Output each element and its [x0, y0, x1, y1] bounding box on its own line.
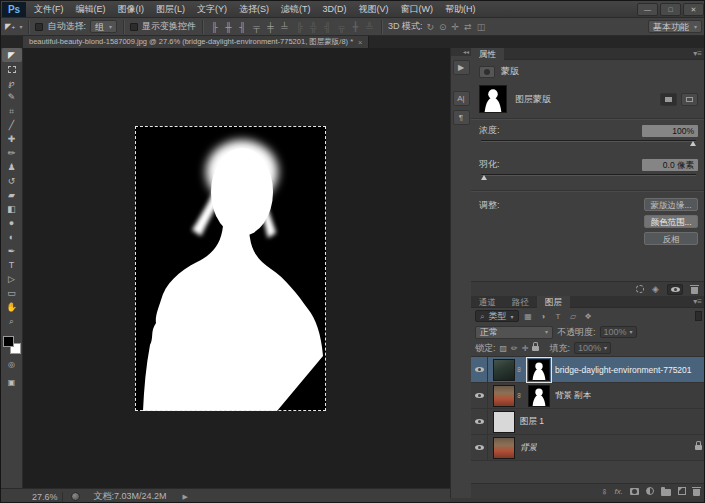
layer-name[interactable]: 背景 副本 — [555, 390, 591, 402]
layer-name[interactable]: 背景 — [520, 442, 537, 454]
status-options-arrow-icon[interactable]: ▶ — [183, 493, 188, 501]
mask-edge-button[interactable]: 蒙版边缘... — [644, 198, 698, 211]
lock-transparency-icon[interactable]: ▨ — [500, 344, 508, 353]
eraser-tool[interactable]: ▰ — [2, 188, 22, 202]
layer-thumbnail[interactable] — [493, 385, 515, 407]
filter-adjustment-layers-icon[interactable]: ◑ — [538, 312, 549, 321]
link-layers-icon[interactable]: ∞ — [600, 488, 609, 494]
menu-3d[interactable]: 3D(D) — [317, 1, 353, 17]
healing-brush-tool[interactable]: ✚ — [2, 132, 22, 146]
filter-type-layers-icon[interactable]: T — [553, 312, 564, 321]
actions-panel-icon[interactable]: ▶ — [453, 60, 470, 75]
quick-select-tool[interactable]: ✎ — [2, 90, 22, 104]
menu-select[interactable]: 选择(S) — [233, 1, 275, 17]
distribute-center-icon[interactable]: ╋ — [350, 22, 361, 32]
opacity-field[interactable]: 100% ▾ — [600, 326, 637, 338]
paragraph-panel-icon[interactable]: ¶ — [453, 110, 470, 125]
menu-filter[interactable]: 滤镜(T) — [275, 1, 317, 17]
path-select-tool[interactable]: ▷ — [2, 272, 22, 286]
delete-mask-icon[interactable] — [691, 287, 698, 294]
menu-edit[interactable]: 编辑(E) — [70, 1, 112, 17]
layer-thumbnail[interactable] — [493, 411, 515, 433]
align-left-icon[interactable]: ╟ — [209, 22, 220, 32]
feather-slider[interactable] — [481, 174, 696, 180]
tab-paths[interactable]: 路径 — [504, 296, 537, 308]
menu-image[interactable]: 图像(I) — [112, 1, 151, 17]
lasso-tool[interactable]: ℘ — [2, 76, 22, 90]
tab-channels[interactable]: 通道 — [471, 296, 504, 308]
menu-view[interactable]: 视图(V) — [353, 1, 395, 17]
visibility-toggle[interactable] — [471, 409, 488, 434]
zoom-tool[interactable]: ⌕ — [2, 314, 22, 328]
layer-mask-thumbnail[interactable] — [528, 385, 550, 407]
shape-tool[interactable]: ▭ — [2, 286, 22, 300]
minimize-button[interactable]: — — [637, 3, 658, 16]
disable-mask-button[interactable] — [667, 284, 683, 295]
eyedropper-tool[interactable]: ╱ — [2, 118, 22, 132]
blend-mode-dropdown[interactable]: 正常 — [475, 326, 553, 339]
visibility-toggle[interactable] — [471, 383, 488, 408]
adjustment-layer-icon[interactable] — [646, 487, 654, 495]
3d-slide-icon[interactable]: ⇄ — [464, 22, 472, 32]
add-layer-mask-icon[interactable] — [630, 488, 639, 495]
vector-mask-button[interactable] — [681, 93, 698, 106]
panel-menu-icon[interactable]: ▾≡ — [693, 48, 705, 59]
align-middle-icon[interactable]: ╪ — [265, 22, 276, 32]
distribute-middle-icon[interactable]: ╬ — [308, 22, 319, 32]
blur-tool[interactable]: ● — [2, 216, 22, 230]
density-value-field[interactable]: 100% — [642, 125, 698, 137]
density-slider-handle[interactable] — [690, 141, 696, 146]
lock-pixels-icon[interactable]: ✏ — [511, 344, 518, 353]
layer-row-layer1[interactable]: 图层 1 — [471, 409, 705, 435]
expand-panels-icon[interactable]: ◂◂ — [451, 48, 471, 56]
color-range-button[interactable]: 颜色范围... — [644, 215, 698, 228]
layer-name[interactable]: bridge-daylight-environment-775201 — [555, 365, 692, 375]
quick-mask-button[interactable]: ◎ — [2, 358, 22, 372]
layer-thumbnail[interactable] — [493, 359, 515, 381]
filter-type-dropdown[interactable]: 类型 ▾ — [475, 310, 519, 322]
menu-help[interactable]: 帮助(H) — [439, 1, 482, 17]
auto-select-dropdown[interactable]: 组 — [90, 20, 117, 33]
visibility-toggle[interactable] — [471, 357, 488, 382]
clone-stamp-tool[interactable]: ♟ — [2, 160, 22, 174]
mask-thumbnail[interactable] — [479, 85, 507, 113]
layer-row-background[interactable]: 背景 — [471, 435, 705, 461]
pen-tool[interactable]: ✒ — [2, 244, 22, 258]
3d-scale-icon[interactable]: ◫ — [477, 22, 486, 32]
filter-smart-objects-icon[interactable]: ❖ — [583, 312, 594, 321]
tab-properties[interactable]: 属性 — [471, 48, 504, 60]
document-canvas[interactable] — [135, 126, 326, 411]
layer-name[interactable]: 图层 1 — [520, 416, 544, 428]
tab-layers[interactable]: 图层 — [537, 296, 570, 308]
screen-mode-button[interactable]: ▣ — [2, 376, 22, 390]
menu-type[interactable]: 文字(Y) — [191, 1, 233, 17]
gradient-tool[interactable]: ◧ — [2, 202, 22, 216]
align-top-icon[interactable]: ╤ — [251, 22, 262, 32]
density-slider[interactable] — [481, 140, 696, 146]
panel-menu-icon[interactable]: ▾≡ — [693, 296, 705, 307]
layer-row-background-copy[interactable]: ∞ 背景 副本 — [471, 383, 705, 409]
layer-row-bridge[interactable]: ∞ bridge-daylight-environment-775201 — [471, 357, 705, 383]
layer-style-icon[interactable] — [615, 486, 623, 496]
hand-tool[interactable]: ✋ — [2, 300, 22, 314]
load-selection-from-mask-icon[interactable] — [636, 285, 644, 293]
new-layer-icon[interactable] — [678, 487, 686, 495]
filter-shape-layers-icon[interactable]: ▱ — [568, 312, 579, 321]
tab-close-icon[interactable]: × — [358, 38, 362, 47]
brush-tool[interactable]: ✏ — [2, 146, 22, 160]
3d-roll-icon[interactable]: ⊙ — [439, 22, 447, 32]
menu-file[interactable]: 文件(F) — [28, 1, 70, 17]
move-tool[interactable]: ◤ — [2, 48, 22, 62]
visibility-toggle[interactable] — [471, 435, 488, 460]
feather-value-field[interactable]: 0.0 像素 — [642, 159, 698, 171]
marquee-tool[interactable] — [2, 62, 22, 76]
new-group-icon[interactable] — [661, 489, 671, 496]
align-right-icon[interactable]: ╢ — [237, 22, 248, 32]
lock-all-icon[interactable] — [532, 346, 539, 351]
distribute-bottom-icon[interactable]: ╣ — [322, 22, 333, 32]
foreground-color-swatch[interactable] — [3, 336, 14, 347]
canvas-area[interactable] — [23, 48, 450, 488]
distribute-right-icon[interactable]: ╩ — [364, 22, 375, 32]
3d-rotate-icon[interactable]: ↻ — [426, 22, 434, 32]
filter-pixel-layers-icon[interactable]: ▦ — [523, 312, 534, 321]
